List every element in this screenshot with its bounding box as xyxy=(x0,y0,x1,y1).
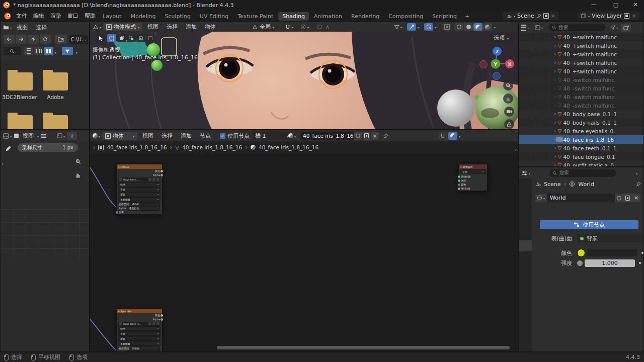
filter-id-selector[interactable] xyxy=(535,24,543,31)
outliner-row[interactable]: ▽40_face tongue_0.1 xyxy=(519,152,644,161)
interpolation-dropdown[interactable]: 线性▾ xyxy=(118,326,160,331)
shader-type-selector[interactable]: 物体 xyxy=(102,132,137,140)
output-target-dropdown[interactable]: 全部▾ xyxy=(460,169,486,174)
mode-selector[interactable]: 物体模式 xyxy=(103,23,142,31)
material-datablock-icon[interactable] xyxy=(288,133,296,139)
editor-type-button[interactable] xyxy=(93,133,100,139)
refresh-button[interactable] xyxy=(40,35,51,44)
back-button[interactable] xyxy=(4,35,15,44)
up-button[interactable] xyxy=(28,35,39,44)
menu-object[interactable]: 物体 xyxy=(202,23,219,31)
chevron-down-icon[interactable] xyxy=(494,24,496,30)
proportional-falloff-icon[interactable] xyxy=(317,25,322,29)
navigation-gizmo[interactable]: Y Z X xyxy=(475,45,518,81)
tab-texture-paint[interactable]: Texture Paint xyxy=(233,12,277,21)
panel-expand-arrow[interactable] xyxy=(2,160,4,167)
outliner-row[interactable]: ▽40_-switch malfunc xyxy=(519,75,644,84)
outliner-row[interactable]: ▽40_face eyeballs_0. xyxy=(519,127,644,135)
tab-rendering[interactable]: Rendering xyxy=(347,12,383,21)
filter-options-dropdown[interactable] xyxy=(76,49,77,55)
snap-toggle[interactable] xyxy=(285,24,293,30)
viewport-lock-button[interactable] xyxy=(504,119,514,129)
outliner-row[interactable]: ▽40_+switch malfunc xyxy=(519,33,644,41)
outliner-row[interactable]: ▽40_body base_0.1_1 xyxy=(519,110,644,118)
select-mode-button[interactable] xyxy=(136,34,145,42)
outliner-filter-button[interactable] xyxy=(610,24,618,31)
horizontal-scrollbar[interactable] xyxy=(217,346,510,349)
pin-icon[interactable] xyxy=(383,133,388,139)
display-horizontal-list-button[interactable] xyxy=(34,47,43,55)
panel-expand-arrow[interactable] xyxy=(515,146,517,153)
editor-type-button[interactable] xyxy=(3,24,12,31)
tab-scripting[interactable]: Scripting xyxy=(428,12,461,21)
viewport-render[interactable] xyxy=(90,32,518,130)
menu-select[interactable]: 选择 xyxy=(158,132,176,140)
chevron-down-icon[interactable] xyxy=(636,170,637,176)
outliner-row[interactable]: ▽40_+switch malfunc xyxy=(519,58,644,67)
path-field[interactable]: C:\U... xyxy=(69,35,88,44)
image-texture-node[interactable]: ▾Specular 颜色 Alpha Nagi_base_s... 线性▾ 平直… xyxy=(116,308,163,352)
extension-dropdown[interactable]: 重复▾ xyxy=(118,192,160,197)
viewport-zoom-button[interactable] xyxy=(503,80,513,90)
gizmos-toggle[interactable] xyxy=(407,23,416,31)
blender-menu-icon[interactable] xyxy=(4,13,11,20)
menu-view[interactable]: 视图 xyxy=(139,132,156,140)
sample-size-slider[interactable]: 采样尺寸 1 px xyxy=(18,143,78,152)
copy-datablock-icon[interactable] xyxy=(362,132,370,140)
outliner-row[interactable]: ▽40_face teeth_0.1_1 xyxy=(519,144,644,152)
forward-button[interactable] xyxy=(16,35,27,44)
outliner-row[interactable]: ▽40_-switch malfunc xyxy=(519,101,644,110)
shading-wireframe-button[interactable] xyxy=(454,23,463,31)
editor-type-button[interactable] xyxy=(521,170,530,176)
options-button[interactable]: 选项 xyxy=(490,34,513,42)
tab-compositing[interactable]: Compositing xyxy=(384,12,427,21)
source-dropdown[interactable]: 单帧图像▾ xyxy=(118,341,160,346)
projection-dropdown[interactable]: 平直▾ xyxy=(118,187,160,192)
tab-layout[interactable]: Layout xyxy=(99,12,125,21)
new-scene-icon[interactable] xyxy=(543,13,549,19)
menu-view[interactable]: 视图 xyxy=(21,132,35,140)
menu-node[interactable]: 节点 xyxy=(197,132,214,140)
new-view-layer-icon[interactable] xyxy=(624,13,629,19)
color-swatch[interactable] xyxy=(577,249,585,257)
select-mode-button[interactable] xyxy=(117,34,126,42)
select-box-tool-button[interactable] xyxy=(107,34,116,42)
editor-type-button[interactable] xyxy=(93,24,101,30)
eyedropper-tool-icon[interactable] xyxy=(5,145,12,152)
menu-select[interactable]: 选择 xyxy=(33,24,50,31)
outliner-row[interactable]: ▽40_-switch malfunc xyxy=(519,93,644,101)
proportional-editing-toggle[interactable] xyxy=(300,24,309,30)
select-mode-button[interactable] xyxy=(146,34,155,42)
slot-selector[interactable]: 槽 1 xyxy=(252,132,291,140)
close-button[interactable]: ✕ xyxy=(628,2,643,8)
chevron-down-icon[interactable] xyxy=(435,24,436,30)
display-thumbnails-button[interactable] xyxy=(44,47,53,55)
menu-file[interactable]: 文件 xyxy=(13,12,30,20)
pin-icon[interactable] xyxy=(635,182,641,187)
material-name-field[interactable]: 40_face iris_1.8_16_16 xyxy=(300,132,358,140)
image-texture-node[interactable]: ▾Diffuse 颜色 Alpha Nagi_base_... 线性▾ 平直▾ … xyxy=(116,164,163,215)
hamburger-icon[interactable] xyxy=(41,134,47,138)
menu-view[interactable]: 视图 xyxy=(144,23,162,31)
menu-view[interactable]: 视图 xyxy=(14,24,31,31)
pan-hand-button[interactable] xyxy=(73,170,83,180)
scene-selector[interactable]: Scene × xyxy=(503,12,558,20)
menu-window[interactable]: 窗口 xyxy=(64,12,82,20)
show-gizmo-filter[interactable] xyxy=(394,24,402,30)
fake-user-shield-icon[interactable] xyxy=(354,132,362,140)
color-field[interactable] xyxy=(587,249,637,256)
animate-dot[interactable] xyxy=(641,252,643,254)
folder-item[interactable] xyxy=(8,115,33,130)
viewport-pan-button[interactable] xyxy=(503,94,513,104)
folder-item[interactable] xyxy=(43,115,68,130)
extension-dropdown[interactable]: 重复▾ xyxy=(118,336,160,341)
menu-select[interactable]: 选择 xyxy=(164,23,181,31)
outliner-search-input[interactable]: 搜索 xyxy=(549,24,605,31)
editor-type-button[interactable] xyxy=(3,133,12,139)
tweak-tool-button[interactable] xyxy=(96,34,105,42)
display-size-dropdown[interactable] xyxy=(55,49,56,55)
xray-toggle[interactable] xyxy=(442,23,451,31)
select-mode-button[interactable] xyxy=(127,34,136,42)
use-nodes-checkbox[interactable]: ✓ 使用节点 xyxy=(220,132,250,140)
remove-view-layer-icon[interactable]: × xyxy=(631,13,636,19)
